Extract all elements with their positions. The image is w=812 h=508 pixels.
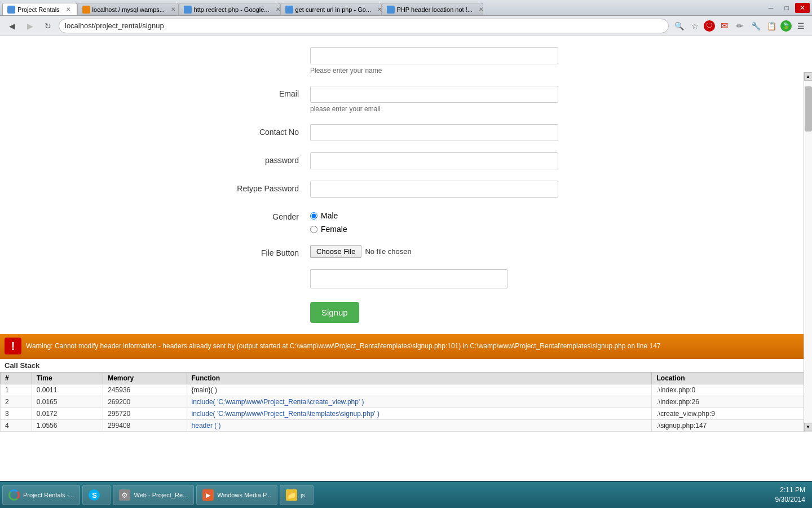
- taskbar-skype[interactable]: S: [82, 485, 111, 505]
- tab-close-4[interactable]: ✕: [376, 6, 381, 14]
- tab-close-1[interactable]: ✕: [64, 6, 72, 14]
- tab-close-2[interactable]: ✕: [169, 6, 177, 14]
- warning-message: Warning: Cannot modify header informatio…: [26, 341, 660, 351]
- stack-cell-2: 245936: [103, 384, 187, 396]
- ext-icon2[interactable]: 📋: [765, 19, 778, 33]
- scroll-thumb[interactable]: [805, 86, 812, 132]
- tab-mysql[interactable]: localhost / mysql wamps... ✕: [77, 3, 179, 15]
- media-taskbar-icon: ▶: [202, 489, 214, 501]
- retype-input[interactable]: [310, 181, 558, 198]
- folder-taskbar-icon: 📁: [286, 489, 297, 501]
- tab-favicon-3: [184, 6, 192, 14]
- col-memory: Memory: [103, 373, 187, 384]
- email-input[interactable]: [310, 86, 558, 103]
- chrome-taskbar-icon: [8, 489, 20, 501]
- browser-window: Project Rentals ✕ localhost / mysql wamp…: [0, 0, 812, 508]
- url-bar[interactable]: localhost/project_rental/signup: [59, 19, 669, 33]
- pen-icon[interactable]: ✏: [733, 19, 747, 33]
- stack-cell-4: .\create_view.php:9: [652, 408, 812, 420]
- retype-label: Retype Password: [197, 181, 310, 193]
- page-content: ▲ ▼ Please enter your name: [0, 36, 812, 481]
- col-time: Time: [32, 373, 103, 384]
- choose-file-button[interactable]: Choose File: [310, 245, 361, 258]
- taskbar-folder[interactable]: 📁 js: [280, 485, 314, 505]
- back-button[interactable]: ◀: [5, 19, 19, 33]
- stack-cell-1: 0.0172: [32, 408, 103, 420]
- file-field-wrap: Choose File No file chosen: [310, 245, 615, 258]
- gender-female-radio[interactable]: [310, 226, 317, 233]
- file-label: File Button: [197, 245, 310, 257]
- tab-php-header[interactable]: PHP header location not !... ✕: [382, 3, 483, 15]
- stack-cell-0: 2: [1, 396, 32, 408]
- captcha-label: [197, 269, 310, 273]
- menu-icon[interactable]: ☰: [794, 19, 807, 33]
- taskbar-folder-label: js: [301, 492, 305, 498]
- stack-cell-3: include( 'C:\wamp\www\Project_Rental\tem…: [187, 408, 652, 420]
- retype-field-wrap: [310, 181, 615, 198]
- stack-cell-2: 269200: [103, 396, 187, 408]
- table-row: 30.0172295720include( 'C:\wamp\www\Proje…: [1, 408, 812, 420]
- new-tab-area: [483, 3, 500, 15]
- stack-tbody: 10.0011245936{main}( ).\index.php:020.01…: [1, 384, 812, 432]
- close-button[interactable]: ✕: [795, 3, 810, 13]
- captcha-input[interactable]: [310, 269, 508, 288]
- tab-project-rentals[interactable]: Project Rentals ✕: [2, 3, 77, 15]
- ext-icon3[interactable]: 🍃: [780, 20, 792, 32]
- star-icon[interactable]: ☆: [688, 19, 701, 33]
- name-input[interactable]: [310, 47, 558, 64]
- tab-current-url[interactable]: get current url in php - Go... ✕: [280, 3, 382, 15]
- tab-favicon-1: [7, 6, 15, 14]
- forward-button[interactable]: ▶: [23, 19, 37, 33]
- signup-button[interactable]: Signup: [310, 302, 359, 323]
- scroll-up-button[interactable]: ▲: [804, 72, 813, 81]
- gender-radio-group: Male Female: [310, 209, 615, 234]
- contact-input[interactable]: [310, 124, 558, 141]
- tab-label-4: get current url in php - Go...: [295, 6, 372, 13]
- taskbar-chrome[interactable]: Project Rentals -...: [2, 485, 80, 505]
- stack-cell-4: .\index.php:26: [652, 396, 812, 408]
- ext-icon1[interactable]: 🔧: [749, 19, 762, 33]
- taskbar-web[interactable]: ⚙ Web - Project_Re...: [113, 485, 194, 505]
- warning-bar: ! Warning: Cannot modify header informat…: [0, 334, 812, 358]
- stack-cell-2: 299408: [103, 420, 187, 432]
- title-bar: Project Rentals ✕ localhost / mysql wamp…: [0, 0, 812, 16]
- scroll-track: [804, 81, 812, 423]
- gender-row: Gender Male Female: [152, 209, 660, 234]
- gender-male-label: Male: [321, 211, 338, 220]
- email-row: Email please enter your email: [152, 86, 660, 113]
- tab-favicon-5: [387, 6, 395, 14]
- tab-label-3: http redirect php - Google...: [194, 6, 270, 13]
- tab-close-3[interactable]: ✕: [274, 6, 280, 14]
- password-field-wrap: [310, 152, 615, 169]
- tab-favicon-2: [82, 6, 90, 14]
- adblock-icon[interactable]: 🛡: [704, 20, 715, 32]
- mail-icon[interactable]: ✉: [717, 19, 731, 33]
- scroll-down-button[interactable]: ▼: [804, 423, 813, 431]
- stack-cell-1: 0.0165: [32, 396, 103, 408]
- gender-label: Gender: [197, 209, 310, 221]
- gender-male-radio[interactable]: [310, 212, 317, 220]
- signup-row: Signup: [152, 300, 660, 323]
- tab-close-5[interactable]: ✕: [477, 6, 483, 14]
- password-label: password: [197, 152, 310, 165]
- taskbar: Project Rentals -... S ⚙ Web - Project_R…: [0, 481, 812, 508]
- reload-button[interactable]: ↻: [41, 19, 55, 33]
- call-stack-title: Call Stack: [0, 359, 812, 372]
- search-icon[interactable]: 🔍: [672, 19, 686, 33]
- maximize-button[interactable]: □: [779, 3, 794, 13]
- email-hint: please enter your email: [310, 105, 615, 113]
- stack-cell-3: include( 'C:\wamp\www\Project_Rental\cre…: [187, 396, 652, 408]
- password-input[interactable]: [310, 152, 558, 169]
- minimize-button[interactable]: ─: [764, 3, 778, 13]
- scrollbar[interactable]: ▲ ▼: [804, 72, 812, 431]
- signup-form: Please enter your name Email please ente…: [152, 36, 660, 334]
- name-hint: Please enter your name: [310, 67, 615, 75]
- call-stack-area: Call Stack # Time Memory Function Locati…: [0, 358, 812, 432]
- address-bar: ◀ ▶ ↻ localhost/project_rental/signup 🔍 …: [0, 16, 812, 36]
- stack-cell-1: 1.0556: [32, 420, 103, 432]
- contact-field-wrap: [310, 124, 615, 141]
- taskbar-media[interactable]: ▶ Windows Media P...: [196, 485, 277, 505]
- taskbar-chrome-label: Project Rentals -...: [23, 492, 74, 498]
- name-label: [197, 47, 310, 51]
- tab-http-redirect[interactable]: http redirect php - Google... ✕: [179, 3, 280, 15]
